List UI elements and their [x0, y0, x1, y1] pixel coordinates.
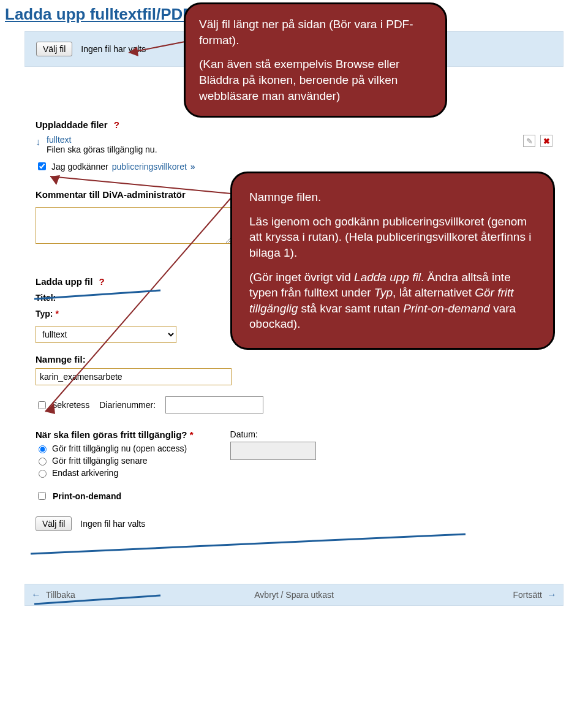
strike-when-available: [24, 532, 472, 557]
chevron-icon: »: [190, 162, 195, 172]
callout-choose-file: Välj fil längt ner på sidan (Bör vara i …: [184, 2, 447, 118]
ladda-upp-fil-text: Ladda upp fil: [36, 276, 92, 287]
radio-later-input[interactable]: [39, 458, 47, 466]
uploaded-files-heading: Uppladdade filer ?: [36, 119, 552, 130]
no-file-text: Ingen fil har valts: [81, 44, 146, 54]
choose-file-button[interactable]: Välj fil: [36, 42, 72, 56]
svg-line-6: [31, 534, 466, 554]
sekretess-label: Sekretess: [51, 400, 89, 410]
next-label: Fortsätt: [513, 590, 542, 600]
callout-choose-file-p1: Välj fil längt ner på sidan (Bör vara i …: [199, 17, 432, 48]
next-button[interactable]: Fortsätt →: [513, 589, 557, 600]
required-asterisk-avail: *: [190, 429, 194, 440]
no-file-text-2: Ingen fil har valts: [80, 519, 145, 529]
uploaded-file-row: ↓ fulltext Filen ska göras tillgänglig n…: [36, 135, 552, 154]
namnge-input[interactable]: [36, 368, 232, 385]
sekretess-checkbox[interactable]: [38, 401, 46, 409]
file-actions: ✎ ✖: [523, 135, 552, 147]
callout-choose-file-p2: (Kan även stå exempelvis Browse eller Bl…: [199, 56, 432, 104]
arrow-left-icon: ←: [31, 589, 41, 600]
delete-icon[interactable]: ✖: [540, 135, 552, 147]
diarienr-label: Diarienummer:: [99, 400, 156, 410]
back-label: Tillbaka: [46, 590, 75, 600]
typ-label: Typ: *: [36, 309, 72, 319]
file-description: Filen ska göras tillgänglig nu.: [47, 145, 157, 154]
sekretess-row: Sekretess Diarienummer:: [36, 396, 552, 413]
typ-select[interactable]: fulltext: [36, 326, 176, 343]
edit-icon[interactable]: ✎: [523, 135, 535, 147]
help-icon-2[interactable]: ?: [99, 276, 105, 287]
pod-row: Print-on-demand: [36, 490, 552, 502]
download-icon[interactable]: ↓: [36, 137, 40, 148]
callout-main-p2: Läs igenom och godkänn publiceringsvillk…: [249, 214, 536, 261]
uploaded-files-heading-text: Uppladdade filer: [36, 119, 108, 130]
callout-main-p3: (Gör inget övrigt vid Ladda upp fil. Änd…: [249, 270, 536, 333]
radio-open-access[interactable]: Gör fritt tillgänglig nu (open access): [36, 444, 194, 453]
file-name-link[interactable]: fulltext: [47, 135, 157, 145]
diarienr-input[interactable]: [165, 396, 263, 413]
radio-archive-input[interactable]: [39, 470, 47, 478]
callout-main-instructions: Namnge filen. Läs igenom och godkänn pub…: [230, 172, 555, 350]
choose-file-button-2[interactable]: Välj fil: [36, 516, 72, 531]
radio-later[interactable]: Gör fritt tillgänglig senare: [36, 456, 194, 466]
consent-row: Jag godkänner publiceringsvillkoret »: [36, 160, 552, 172]
radio-open-access-label: Gör fritt tillgänglig nu (open access): [52, 444, 187, 453]
consent-checkbox[interactable]: [38, 162, 46, 170]
cancel-save-draft[interactable]: Avbryt / Spara utkast: [254, 590, 334, 600]
required-asterisk-typ: *: [55, 309, 58, 319]
help-icon[interactable]: ?: [114, 119, 119, 130]
radio-archive-label: Endast arkivering: [52, 468, 118, 478]
radio-later-label: Gör fritt tillgänglig senare: [52, 456, 148, 466]
callout-main-p1: Namnge filen.: [249, 189, 536, 205]
radio-archive[interactable]: Endast arkivering: [36, 468, 194, 478]
consent-link[interactable]: publiceringsvillkoret: [112, 162, 187, 172]
titel-label: Titel:: [36, 293, 72, 303]
pod-label: Print-on-demand: [53, 491, 121, 501]
pod-checkbox[interactable]: [38, 492, 46, 500]
bottom-bar: ← Tillbaka Avbryt / Spara utkast Fortsät…: [24, 584, 564, 606]
namnge-label: Namnge fil:: [36, 354, 552, 364]
availability-heading: När ska filen göras fritt tillgänglig? *: [36, 429, 194, 440]
datum-input[interactable]: [230, 442, 316, 460]
consent-prefix: Jag godkänner: [51, 162, 108, 172]
availability-heading-text: När ska filen göras fritt tillgänglig?: [36, 429, 187, 440]
comment-textarea[interactable]: [36, 207, 232, 244]
bottom-choose-file-row: Välj fil Ingen fil har valts: [36, 516, 552, 531]
typ-label-text: Typ:: [36, 309, 53, 319]
back-button[interactable]: ← Tillbaka: [31, 589, 75, 600]
datum-label: Datum:: [230, 429, 316, 439]
availability-group: När ska filen göras fritt tillgänglig? *…: [36, 417, 552, 478]
arrow-right-icon: →: [547, 589, 557, 600]
radio-open-access-input[interactable]: [39, 445, 47, 453]
